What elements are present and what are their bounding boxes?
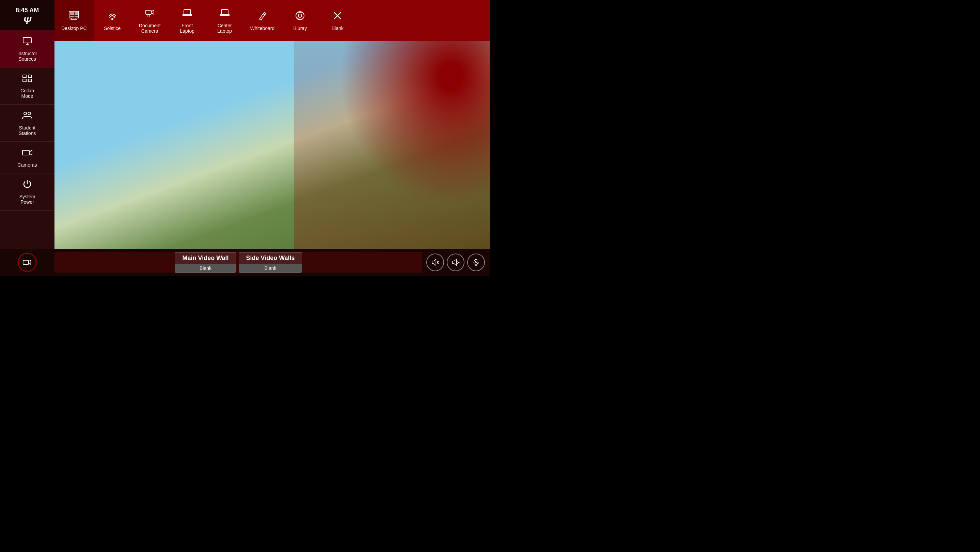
solstice-icon — [107, 10, 118, 23]
svg-point-26 — [296, 11, 304, 20]
sidebar-label-system-power: SystemPower — [19, 194, 35, 205]
svg-marker-21 — [151, 10, 154, 14]
svg-rect-3 — [23, 75, 26, 78]
svg-rect-12 — [70, 12, 74, 15]
toolbar-item-whiteboard[interactable]: Whiteboard — [243, 0, 282, 41]
sidebar-label-cameras: Cameras — [18, 162, 37, 168]
side-video-walls-status: Blank — [239, 264, 302, 273]
sidebar-label-collab-mode: CollabMode — [21, 88, 34, 99]
whiteboard-icon — [257, 10, 268, 23]
toolbar-label-desktop-pc: Desktop PC — [61, 26, 87, 31]
toolbar: Desktop PC Solstice DocumentCamera — [54, 0, 490, 41]
time-display: 8:45 AM — [16, 4, 39, 15]
sidebar-item-instructor-sources[interactable]: InstructorSources — [0, 30, 54, 67]
sidebar-label-student-stations: StudentStations — [19, 125, 36, 136]
sidebar-item-student-stations[interactable]: StudentStations — [0, 105, 54, 142]
svg-rect-24 — [184, 10, 191, 14]
svg-rect-4 — [28, 75, 32, 78]
svg-point-19 — [111, 18, 113, 20]
toolbar-label-whiteboard: Whiteboard — [250, 26, 275, 31]
side-video-walls-button[interactable]: Side Video Walls Blank — [239, 252, 302, 273]
bottom-bar: Main Video Wall Blank Side Video Walls B… — [0, 249, 490, 276]
svg-rect-13 — [75, 12, 78, 15]
center-laptop-icon — [219, 8, 230, 20]
toolbar-label-bluray: Bluray — [293, 26, 307, 31]
toolbar-label-front-laptop: FrontLaptop — [180, 23, 194, 34]
mute-button[interactable] — [426, 254, 444, 271]
toolbar-item-bluray[interactable]: Bluray — [281, 0, 319, 41]
toolbar-item-solstice[interactable]: Solstice — [94, 0, 131, 41]
main-video-wall-status: Blank — [175, 264, 236, 273]
sidebar: 8:45 AM Ψ InstructorSources CollabMode — [0, 0, 54, 276]
svg-rect-14 — [70, 16, 74, 18]
toolbar-item-blank[interactable]: Blank — [319, 0, 356, 41]
svg-point-8 — [28, 112, 31, 115]
side-video-walls-label: Side Video Walls — [239, 252, 302, 264]
mic-mute-button[interactable] — [467, 254, 485, 271]
bottom-right — [422, 254, 490, 271]
svg-rect-36 — [458, 262, 460, 263]
document-camera-icon — [145, 8, 155, 20]
toolbar-item-center-laptop[interactable]: CenterLaptop — [206, 0, 243, 41]
sidebar-header: 8:45 AM Ψ — [0, 0, 54, 30]
front-laptop-icon — [182, 8, 193, 20]
svg-rect-6 — [28, 79, 32, 82]
svg-point-7 — [24, 112, 27, 115]
monitor-icon — [22, 36, 33, 48]
bluray-icon — [294, 10, 305, 23]
svg-rect-0 — [23, 37, 31, 43]
svg-line-40 — [474, 260, 478, 264]
toolbar-label-blank: Blank — [332, 26, 344, 31]
svg-rect-20 — [146, 10, 151, 14]
desktop-pc-icon — [68, 10, 80, 23]
sidebar-item-cameras[interactable]: Cameras — [0, 142, 54, 174]
toolbar-label-solstice: Solstice — [104, 26, 121, 31]
volume-up-button[interactable] — [447, 254, 465, 271]
bottom-left — [0, 250, 54, 274]
camera-icon — [22, 147, 33, 160]
svg-rect-25 — [221, 10, 228, 14]
svg-point-33 — [24, 262, 25, 263]
power-icon — [22, 179, 33, 191]
svg-rect-30 — [23, 260, 29, 265]
toolbar-label-document-camera: DocumentCamera — [139, 23, 161, 34]
svg-rect-15 — [75, 16, 78, 18]
toolbar-item-desktop-pc[interactable]: Desktop PC — [54, 0, 94, 41]
sidebar-item-collab-mode[interactable]: CollabMode — [0, 67, 54, 105]
sidebar-item-system-power[interactable]: SystemPower — [0, 174, 54, 211]
svg-rect-9 — [22, 150, 29, 155]
toolbar-label-center-laptop: CenterLaptop — [217, 23, 232, 34]
main-video-wall-label: Main Video Wall — [175, 252, 236, 264]
svg-point-27 — [298, 14, 302, 18]
svg-rect-5 — [23, 79, 26, 82]
bottom-center: Main Video Wall Blank Side Video Walls B… — [54, 252, 422, 273]
students-icon — [22, 110, 33, 122]
svg-marker-10 — [29, 150, 32, 155]
sidebar-label-instructor-sources: InstructorSources — [18, 51, 37, 62]
collab-icon — [22, 73, 33, 85]
toolbar-item-front-laptop[interactable]: FrontLaptop — [169, 0, 206, 41]
record-camera-button[interactable] — [18, 253, 37, 272]
svg-marker-31 — [29, 260, 31, 265]
blank-icon — [332, 10, 343, 23]
logo: Ψ — [16, 15, 39, 26]
toolbar-item-document-camera[interactable]: DocumentCamera — [131, 0, 169, 41]
main-video-wall-button[interactable]: Main Video Wall Blank — [175, 252, 236, 273]
